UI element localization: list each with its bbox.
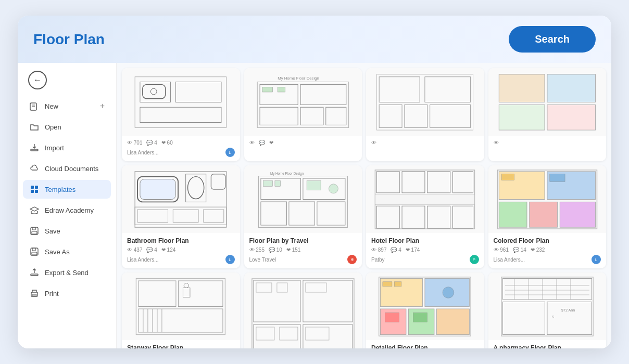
template-preview [122,68,240,136]
svg-rect-7 [35,190,38,193]
stat-views: 👁 255 [249,247,265,253]
sidebar-item-save-as[interactable]: Save As [23,242,111,261]
stat-likes: ❤ 124 [161,247,175,253]
template-card-large[interactable]: 👁 [244,272,362,348]
template-preview [488,68,607,136]
svg-rect-100 [256,327,274,340]
svg-rect-19 [176,82,222,102]
svg-point-111 [443,287,454,298]
svg-rect-34 [425,76,471,102]
sidebar-item-cloud[interactable]: Cloud Documents [23,159,111,178]
svg-rect-26 [300,84,346,105]
svg-rect-65 [377,171,400,192]
template-card-bathroom[interactable]: Bathroom Floor Plan 👁 437 💬 4 ❤ 124 Lisa… [122,165,240,268]
svg-point-22 [151,88,157,95]
template-card-pharmacy[interactable]: $72 Ann S A pharmacy Floor Plan 👁 2.2k 💬… [488,272,607,348]
search-button[interactable]: Search [509,26,596,53]
template-stats: 👁 [371,140,479,146]
main-wrapper: ← New + [18,63,611,348]
template-stats: 👁 💬 ❤ [249,140,357,146]
svg-point-62 [329,184,338,193]
sidebar-item-import-label: Import [45,144,64,152]
template-card-starway[interactable]: Starway Floor Plan 👁 228 💬 0 ❤ 54 alal a [122,272,240,348]
sidebar-item-save[interactable]: Save [23,222,111,240]
svg-rect-20 [140,107,221,122]
template-card-colored[interactable]: Colored Floor Plan 👁 961 💬 14 ❤ 232 Lisa… [488,165,607,268]
author-name: Lisa Anders... [127,257,159,263]
sidebar-item-export[interactable]: Export & Send [23,263,111,282]
templates-grid: 👁 701 💬 4 ❤ 60 Lisa Anders... L [122,68,606,348]
template-info: 👁 [366,136,484,161]
template-info: 👁 [488,136,607,161]
svg-rect-97 [256,283,272,292]
app-container: Floor Plan Search ← New + [18,16,611,348]
page-title: Floor Plan [33,31,105,48]
svg-rect-66 [402,171,425,192]
template-title: Floor Plan by Travel [249,237,357,244]
template-stats: 👁 255 💬 10 ❤ 151 [249,247,357,253]
svg-rect-71 [427,206,450,228]
svg-rect-95 [254,324,300,348]
svg-rect-112 [385,313,399,322]
stat-comments: 💬 14 [513,247,526,253]
print-icon [29,288,40,298]
avatar: L [225,255,235,264]
svg-rect-49 [137,210,168,222]
template-preview: $72 Ann S [488,272,607,340]
stat-likes: ❤ 151 [286,247,300,253]
svg-rect-76 [499,202,527,227]
template-card-hotel[interactable]: Hotel Floor Plan 👁 897 💬 4 ❤ 174 Patby P [366,165,484,268]
svg-rect-70 [402,206,425,228]
header: Floor Plan Search [18,16,611,63]
svg-rect-38 [499,74,545,102]
import-icon [29,142,40,153]
template-info: Floor Plan by Travel 👁 255 💬 10 ❤ 151 Lo… [244,233,362,268]
template-info: Hotel Floor Plan 👁 897 💬 4 ❤ 174 Patby P [366,233,484,268]
stat-views: 👁 897 [371,247,386,253]
svg-rect-39 [547,74,596,102]
sidebar-item-print[interactable]: Print [23,284,111,303]
svg-rect-109 [383,281,392,286]
template-card-travel[interactable]: My Home Floor Design [244,165,362,268]
template-info: Colored Floor Plan 👁 961 💬 14 ❤ 232 Lisa… [488,233,607,268]
template-title: Colored Floor Plan [494,237,601,244]
svg-rect-44 [140,179,175,199]
template-card-top1[interactable]: 👁 701 💬 4 ❤ 60 Lisa Anders... L [122,68,240,161]
template-author: Lisa Anders... L [127,148,235,157]
template-stats: 👁 961 💬 14 ❤ 232 [494,247,601,253]
stat-comments: 💬 4 [391,247,401,253]
stat-views: 👁 701 [127,140,142,146]
svg-rect-40 [499,105,545,130]
svg-rect-28 [300,107,323,125]
template-card-top2[interactable]: My Home Floor Design [244,68,362,161]
svg-rect-21 [143,84,166,98]
svg-rect-56 [261,202,287,225]
sidebar-item-import[interactable]: Import [23,138,111,157]
stat-likes: ❤ 232 [531,247,545,253]
back-button[interactable]: ← [28,71,47,89]
template-card-top3[interactable]: 👁 [366,68,484,161]
sidebar-item-open[interactable]: Open [23,118,111,136]
svg-rect-61 [307,180,321,190]
template-stats: 👁 897 💬 4 ❤ 174 [371,247,479,253]
svg-rect-101 [280,327,298,340]
sidebar-item-academy-label: Edraw Academy [45,206,94,214]
template-author: Lisa Anders... L [494,255,601,264]
template-title: Starway Floor Plan [127,344,235,348]
sidebar-item-new[interactable]: New + [23,97,111,115]
template-card-top4[interactable]: 👁 [488,68,607,161]
stat-views: 👁 961 [494,247,509,253]
sidebar-item-open-label: Open [45,123,61,131]
sidebar-item-academy[interactable]: Edraw Academy [23,201,111,219]
template-preview [244,272,362,348]
svg-rect-27 [260,107,298,125]
svg-rect-12 [32,248,35,251]
svg-rect-96 [303,324,353,348]
svg-rect-16 [32,294,36,296]
sidebar: ← New + [18,63,117,348]
svg-rect-72 [453,206,473,228]
svg-text:$72 Ann: $72 Ann [561,307,575,312]
sidebar-item-templates[interactable]: Templates [23,180,111,199]
template-card-detailed[interactable]: Detailed Floor Plan 👁 223 💬 5 ❤ 86 Ashle… [366,272,484,348]
svg-rect-47 [211,174,225,189]
